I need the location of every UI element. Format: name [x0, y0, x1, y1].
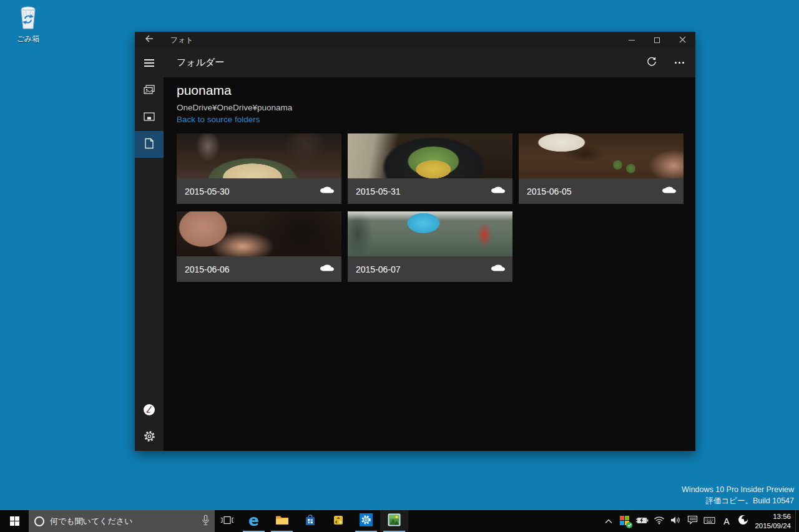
settings-app-icon — [360, 513, 373, 529]
minimize-button[interactable] — [619, 32, 644, 48]
taskbar-file-explorer-button[interactable] — [268, 510, 296, 532]
hamburger-menu-button[interactable] — [135, 48, 164, 77]
clock-time: 13:56 — [773, 512, 791, 521]
photo-thumbnail — [348, 211, 512, 256]
edge-icon: e — [248, 513, 259, 528]
page-title: フォルダー — [177, 57, 638, 69]
ellipsis-icon — [675, 62, 684, 64]
tray-sync-status-button[interactable] — [617, 510, 634, 532]
tray-wifi-button[interactable] — [650, 510, 667, 532]
refresh-icon — [646, 56, 657, 70]
tray-volume-button[interactable] — [667, 510, 684, 532]
microsoft-sync-status-icon — [620, 516, 630, 526]
tray-action-center-button[interactable] — [684, 510, 701, 532]
see-more-button[interactable] — [665, 48, 693, 77]
taskbar-search[interactable] — [29, 510, 215, 532]
gear-icon — [144, 430, 155, 445]
maximize-icon — [654, 37, 660, 43]
photos-app-icon — [388, 513, 401, 529]
onedrive-cloud-icon — [491, 185, 505, 197]
recycle-bin[interactable]: ごみ箱 — [9, 5, 47, 44]
task-view-button[interactable] — [215, 510, 240, 532]
sidebar — [135, 48, 164, 451]
speaker-icon — [670, 516, 681, 527]
photo-thumbnail — [519, 133, 684, 178]
photo-tile[interactable]: 2015-06-06 — [177, 211, 341, 282]
close-button[interactable] — [670, 32, 695, 48]
feedback-smiley-icon — [143, 404, 155, 418]
albums-icon — [143, 112, 155, 124]
onedrive-cloud-icon — [662, 185, 676, 197]
tray-ime-mode-button[interactable]: A — [718, 510, 735, 532]
photo-tile[interactable]: 2015-05-31 — [348, 133, 512, 204]
folders-icon — [144, 137, 155, 152]
windows-logo-icon — [10, 516, 19, 526]
microphone-icon[interactable] — [202, 515, 210, 528]
collection-icon — [143, 84, 155, 98]
chevron-up-icon — [604, 516, 613, 527]
taskbar-store-button[interactable] — [296, 510, 324, 532]
back-to-source-folders-link[interactable]: Back to source folders — [177, 115, 260, 124]
photo-thumbnail — [348, 133, 512, 178]
start-button[interactable] — [0, 510, 29, 532]
feedback-button[interactable] — [135, 397, 164, 424]
taskbar-edge-button[interactable]: e — [240, 510, 268, 532]
close-icon — [679, 34, 686, 46]
taskbar-yellow-arrows-app-button[interactable] — [324, 510, 352, 532]
back-button[interactable] — [135, 32, 164, 48]
taskbar: e — [0, 510, 799, 532]
file-explorer-icon — [275, 515, 289, 528]
photo-tile[interactable]: 2015-05-30 — [177, 133, 341, 204]
keyboard-icon — [703, 516, 715, 527]
watermark-line1: Windows 10 Pro Insider Preview — [682, 485, 794, 496]
taskbar-settings-button[interactable] — [352, 510, 380, 532]
photo-tile[interactable]: 2015-06-07 — [348, 211, 512, 282]
sidebar-spacer — [135, 158, 164, 397]
tile-date: 2015-06-05 — [527, 186, 572, 196]
photo-tile-grid: 2015-05-30 2015-05-31 — [177, 133, 683, 282]
hamburger-icon — [144, 57, 154, 69]
taskbar-photos-button[interactable] — [380, 510, 408, 532]
tray-ime-button[interactable] — [735, 510, 752, 532]
window-controls — [619, 32, 695, 48]
minimize-icon — [629, 40, 635, 41]
tile-date: 2015-06-07 — [356, 264, 401, 274]
onedrive-cloud-icon — [491, 263, 505, 275]
tile-date: 2015-05-30 — [185, 186, 230, 196]
sidebar-item-albums[interactable] — [135, 104, 164, 131]
recycle-bin-icon — [17, 21, 39, 32]
taskbar-spacer — [408, 510, 600, 532]
sidebar-item-collection[interactable] — [135, 77, 164, 104]
tray-clock[interactable]: 13:56 2015/09/24 — [752, 510, 795, 532]
tile-date: 2015-06-06 — [185, 264, 230, 274]
maximize-button[interactable] — [644, 32, 670, 48]
show-desktop-button[interactable] — [795, 510, 799, 532]
yellow-arrows-app-icon — [332, 514, 345, 529]
cortana-icon — [34, 516, 44, 526]
back-arrow-icon — [144, 34, 154, 46]
photo-tile[interactable]: 2015-06-05 — [519, 133, 684, 204]
ime-mode-indicator: A — [723, 516, 729, 526]
refresh-button[interactable] — [638, 48, 665, 77]
photos-app-window: フォト — [135, 32, 695, 451]
battery-charging-icon — [635, 516, 649, 527]
settings-button[interactable] — [135, 424, 164, 451]
tray-battery-button[interactable] — [634, 510, 650, 532]
wifi-icon — [654, 516, 665, 527]
sidebar-item-folders[interactable] — [135, 131, 164, 158]
folder-view: puonama OneDrive¥OneDrive¥puonama Back t… — [164, 77, 695, 451]
folder-title: puonama — [177, 83, 683, 98]
onedrive-cloud-icon — [320, 263, 334, 275]
green-check-icon — [626, 522, 632, 528]
task-view-icon — [220, 515, 234, 528]
watermark-line2: 評価コピー。Build 10547 — [682, 496, 794, 507]
desktop: ごみ箱 フォト — [0, 0, 799, 532]
tray-show-hidden-icons-button[interactable] — [600, 510, 617, 532]
insider-watermark: Windows 10 Pro Insider Preview 評価コピー。Bui… — [682, 485, 794, 506]
action-center-icon — [687, 515, 698, 527]
store-icon — [304, 514, 316, 529]
tray-touch-keyboard-button[interactable] — [701, 510, 718, 532]
photo-thumbnail — [177, 133, 341, 178]
search-input[interactable] — [50, 516, 202, 526]
window-title: フォト — [170, 35, 619, 46]
